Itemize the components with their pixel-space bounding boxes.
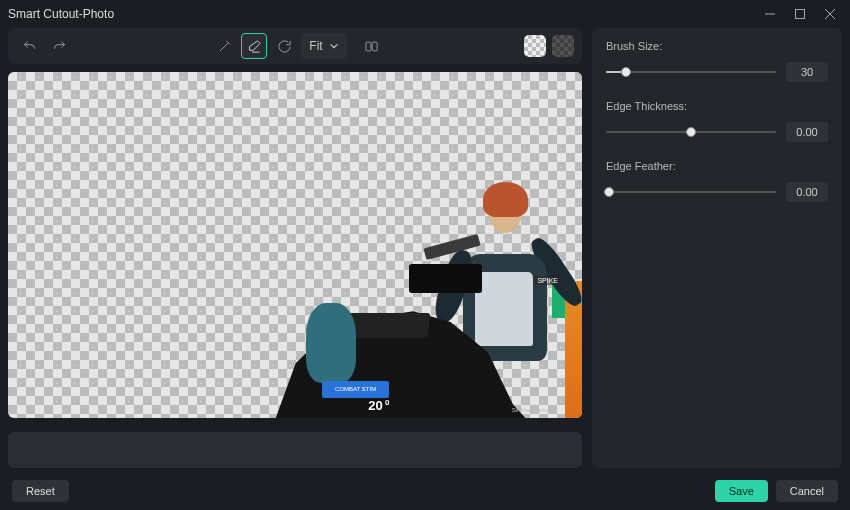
brush-size-value[interactable]: 30 xyxy=(786,62,828,82)
eraser-icon[interactable] xyxy=(241,33,267,59)
hud-ammo: 20 0 xyxy=(349,398,409,418)
compare-icon[interactable] xyxy=(359,33,385,59)
bg-solid-toggle[interactable] xyxy=(552,35,574,57)
hud-spike-label: SPIKE xyxy=(533,276,562,285)
timeline-scrub[interactable] xyxy=(8,432,582,468)
window-title: Smart Cutout-Photo xyxy=(8,7,764,21)
undo-icon[interactable] xyxy=(16,33,42,59)
reset-button[interactable]: Reset xyxy=(12,480,69,502)
properties-panel: Brush Size: 30 Edge Thickness: 0.00 Edge… xyxy=(592,28,842,468)
close-icon[interactable] xyxy=(824,8,836,20)
edge-thickness-value[interactable]: 0.00 xyxy=(786,122,828,142)
brush-size-slider[interactable] xyxy=(606,71,776,73)
maximize-icon[interactable] xyxy=(794,8,806,20)
zoom-label: Fit xyxy=(309,39,322,53)
refresh-icon[interactable] xyxy=(271,33,297,59)
titlebar: Smart Cutout-Photo xyxy=(0,0,850,28)
edge-feather-label: Edge Feather: xyxy=(606,160,828,172)
save-button[interactable]: Save xyxy=(715,480,768,502)
cancel-button[interactable]: Cancel xyxy=(776,480,838,502)
canvas[interactable]: SPIKE COMBAT STIM 20 0 Sir Magmamax xyxy=(8,72,582,418)
svg-rect-5 xyxy=(372,42,377,51)
zoom-select[interactable]: Fit xyxy=(301,33,346,59)
bg-transparent-toggle[interactable] xyxy=(524,35,546,57)
canvas-wrap: SPIKE COMBAT STIM 20 0 Sir Magmamax xyxy=(8,72,582,418)
svg-rect-4 xyxy=(366,42,371,51)
edge-feather-value[interactable]: 0.00 xyxy=(786,182,828,202)
wand-icon[interactable] xyxy=(211,33,237,59)
chevron-down-icon xyxy=(329,41,339,51)
hud-combat-stim: COMBAT STIM xyxy=(322,381,389,398)
window-controls xyxy=(764,8,842,20)
edge-thickness-label: Edge Thickness: xyxy=(606,100,828,112)
footer: Reset Save Cancel xyxy=(0,472,850,510)
cutout-subject: SPIKE COMBAT STIM 20 0 Sir Magmamax xyxy=(249,169,582,418)
brush-size-label: Brush Size: xyxy=(606,40,828,52)
toolbar: Fit xyxy=(8,28,582,64)
edge-thickness-slider[interactable] xyxy=(606,131,776,133)
hud-player-name: Sir Magmamax xyxy=(512,407,552,413)
svg-rect-1 xyxy=(796,10,805,19)
redo-icon[interactable] xyxy=(46,33,72,59)
edge-feather-slider[interactable] xyxy=(606,191,776,193)
minimize-icon[interactable] xyxy=(764,8,776,20)
